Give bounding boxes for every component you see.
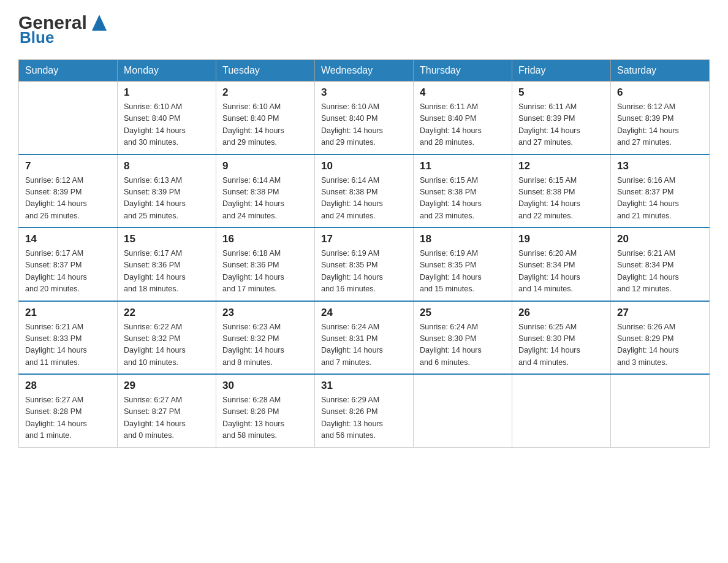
- calendar-week-row: 14Sunrise: 6:17 AM Sunset: 8:37 PM Dayli…: [19, 228, 710, 301]
- day-number: 6: [617, 86, 703, 99]
- calendar-cell: 29Sunrise: 6:27 AM Sunset: 8:27 PM Dayli…: [118, 374, 216, 447]
- calendar-cell: 20Sunrise: 6:21 AM Sunset: 8:34 PM Dayli…: [611, 228, 710, 301]
- day-info: Sunrise: 6:19 AM Sunset: 8:35 PM Dayligh…: [420, 248, 506, 296]
- day-info: Sunrise: 6:10 AM Sunset: 8:40 PM Dayligh…: [321, 101, 407, 149]
- day-number: 5: [518, 86, 604, 99]
- day-info: Sunrise: 6:16 AM Sunset: 8:37 PM Dayligh…: [617, 175, 703, 223]
- day-number: 26: [518, 307, 604, 319]
- day-number: 18: [420, 233, 506, 245]
- day-number: 4: [420, 86, 506, 99]
- day-number: 29: [124, 380, 210, 392]
- day-number: 2: [222, 86, 308, 99]
- calendar-cell: 11Sunrise: 6:15 AM Sunset: 8:38 PM Dayli…: [414, 155, 512, 228]
- calendar-cell: 8Sunrise: 6:13 AM Sunset: 8:39 PM Daylig…: [118, 155, 216, 228]
- day-number: 7: [25, 160, 111, 172]
- day-number: 14: [25, 233, 111, 245]
- calendar-table: SundayMondayTuesdayWednesdayThursdayFrid…: [18, 59, 710, 448]
- day-info: Sunrise: 6:24 AM Sunset: 8:31 PM Dayligh…: [321, 321, 407, 369]
- calendar-header-wednesday: Wednesday: [315, 60, 414, 82]
- day-number: 3: [321, 86, 407, 99]
- day-info: Sunrise: 6:22 AM Sunset: 8:32 PM Dayligh…: [124, 321, 210, 369]
- calendar-header-friday: Friday: [512, 60, 611, 82]
- day-info: Sunrise: 6:20 AM Sunset: 8:34 PM Dayligh…: [518, 248, 604, 296]
- logo-blue: Blue: [20, 28, 54, 47]
- calendar-header-saturday: Saturday: [611, 60, 710, 82]
- day-info: Sunrise: 6:15 AM Sunset: 8:38 PM Dayligh…: [518, 175, 604, 223]
- day-info: Sunrise: 6:28 AM Sunset: 8:26 PM Dayligh…: [222, 394, 308, 442]
- calendar-cell: 16Sunrise: 6:18 AM Sunset: 8:36 PM Dayli…: [216, 228, 315, 301]
- calendar-header-sunday: Sunday: [19, 60, 118, 82]
- day-number: 13: [617, 160, 703, 172]
- day-number: 10: [321, 160, 407, 172]
- calendar-cell: 17Sunrise: 6:19 AM Sunset: 8:35 PM Dayli…: [315, 228, 414, 301]
- calendar-cell: 22Sunrise: 6:22 AM Sunset: 8:32 PM Dayli…: [118, 301, 216, 375]
- day-info: Sunrise: 6:19 AM Sunset: 8:35 PM Dayligh…: [321, 248, 407, 296]
- day-info: Sunrise: 6:12 AM Sunset: 8:39 PM Dayligh…: [617, 101, 703, 149]
- calendar-cell: 2Sunrise: 6:10 AM Sunset: 8:40 PM Daylig…: [216, 82, 315, 155]
- calendar-cell: 30Sunrise: 6:28 AM Sunset: 8:26 PM Dayli…: [216, 374, 315, 447]
- day-number: 25: [420, 307, 506, 319]
- day-number: 1: [124, 86, 210, 99]
- day-number: 17: [321, 233, 407, 245]
- day-number: 8: [124, 160, 210, 172]
- day-info: Sunrise: 6:14 AM Sunset: 8:38 PM Dayligh…: [321, 175, 407, 223]
- calendar-cell: 3Sunrise: 6:10 AM Sunset: 8:40 PM Daylig…: [315, 82, 414, 155]
- calendar-cell: 21Sunrise: 6:21 AM Sunset: 8:33 PM Dayli…: [19, 301, 118, 375]
- day-info: Sunrise: 6:11 AM Sunset: 8:40 PM Dayligh…: [420, 101, 506, 149]
- day-number: 27: [617, 307, 703, 319]
- calendar-cell: 25Sunrise: 6:24 AM Sunset: 8:30 PM Dayli…: [414, 301, 512, 375]
- calendar-cell: 15Sunrise: 6:17 AM Sunset: 8:36 PM Dayli…: [118, 228, 216, 301]
- day-info: Sunrise: 6:13 AM Sunset: 8:39 PM Dayligh…: [124, 175, 210, 223]
- day-number: 19: [518, 233, 604, 245]
- calendar-cell: 31Sunrise: 6:29 AM Sunset: 8:26 PM Dayli…: [315, 374, 414, 447]
- calendar-cell: 12Sunrise: 6:15 AM Sunset: 8:38 PM Dayli…: [512, 155, 611, 228]
- calendar-week-row: 21Sunrise: 6:21 AM Sunset: 8:33 PM Dayli…: [19, 301, 710, 375]
- day-number: 28: [25, 380, 111, 392]
- calendar-cell: 6Sunrise: 6:12 AM Sunset: 8:39 PM Daylig…: [611, 82, 710, 155]
- calendar-header-row: SundayMondayTuesdayWednesdayThursdayFrid…: [19, 60, 710, 82]
- day-number: 22: [124, 307, 210, 319]
- calendar-cell: 24Sunrise: 6:24 AM Sunset: 8:31 PM Dayli…: [315, 301, 414, 375]
- day-info: Sunrise: 6:10 AM Sunset: 8:40 PM Dayligh…: [124, 101, 210, 149]
- calendar-cell: 28Sunrise: 6:27 AM Sunset: 8:28 PM Dayli…: [19, 374, 118, 447]
- calendar-cell: 18Sunrise: 6:19 AM Sunset: 8:35 PM Dayli…: [414, 228, 512, 301]
- calendar-header-thursday: Thursday: [414, 60, 512, 82]
- day-number: 23: [222, 307, 308, 319]
- day-number: 30: [222, 380, 308, 392]
- day-number: 9: [222, 160, 308, 172]
- day-info: Sunrise: 6:17 AM Sunset: 8:36 PM Dayligh…: [124, 248, 210, 296]
- calendar-cell: 7Sunrise: 6:12 AM Sunset: 8:39 PM Daylig…: [19, 155, 118, 228]
- day-info: Sunrise: 6:29 AM Sunset: 8:26 PM Dayligh…: [321, 394, 407, 442]
- calendar-cell: 27Sunrise: 6:26 AM Sunset: 8:29 PM Dayli…: [611, 301, 710, 375]
- day-info: Sunrise: 6:11 AM Sunset: 8:39 PM Dayligh…: [518, 101, 604, 149]
- day-number: 16: [222, 233, 308, 245]
- logo-triangle-icon: [88, 11, 110, 33]
- day-info: Sunrise: 6:14 AM Sunset: 8:38 PM Dayligh…: [222, 175, 308, 223]
- calendar-header-tuesday: Tuesday: [216, 60, 315, 82]
- day-number: 20: [617, 233, 703, 245]
- calendar-cell: [19, 82, 118, 155]
- day-info: Sunrise: 6:24 AM Sunset: 8:30 PM Dayligh…: [420, 321, 506, 369]
- day-info: Sunrise: 6:21 AM Sunset: 8:34 PM Dayligh…: [617, 248, 703, 296]
- calendar-cell: [611, 374, 710, 447]
- calendar-cell: 23Sunrise: 6:23 AM Sunset: 8:32 PM Dayli…: [216, 301, 315, 375]
- calendar-cell: 13Sunrise: 6:16 AM Sunset: 8:37 PM Dayli…: [611, 155, 710, 228]
- day-number: 12: [518, 160, 604, 172]
- day-info: Sunrise: 6:12 AM Sunset: 8:39 PM Dayligh…: [25, 175, 111, 223]
- calendar-cell: 14Sunrise: 6:17 AM Sunset: 8:37 PM Dayli…: [19, 228, 118, 301]
- page-header: General Blue: [18, 12, 710, 47]
- day-info: Sunrise: 6:18 AM Sunset: 8:36 PM Dayligh…: [222, 248, 308, 296]
- logo: General Blue: [18, 12, 110, 47]
- calendar-cell: 26Sunrise: 6:25 AM Sunset: 8:30 PM Dayli…: [512, 301, 611, 375]
- day-info: Sunrise: 6:23 AM Sunset: 8:32 PM Dayligh…: [222, 321, 308, 369]
- calendar-week-row: 1Sunrise: 6:10 AM Sunset: 8:40 PM Daylig…: [19, 82, 710, 155]
- day-number: 15: [124, 233, 210, 245]
- calendar-cell: 5Sunrise: 6:11 AM Sunset: 8:39 PM Daylig…: [512, 82, 611, 155]
- calendar-header-monday: Monday: [118, 60, 216, 82]
- calendar-cell: [414, 374, 512, 447]
- day-info: Sunrise: 6:15 AM Sunset: 8:38 PM Dayligh…: [420, 175, 506, 223]
- day-info: Sunrise: 6:10 AM Sunset: 8:40 PM Dayligh…: [222, 101, 308, 149]
- calendar-week-row: 28Sunrise: 6:27 AM Sunset: 8:28 PM Dayli…: [19, 374, 710, 447]
- day-info: Sunrise: 6:27 AM Sunset: 8:28 PM Dayligh…: [25, 394, 111, 442]
- day-number: 11: [420, 160, 506, 172]
